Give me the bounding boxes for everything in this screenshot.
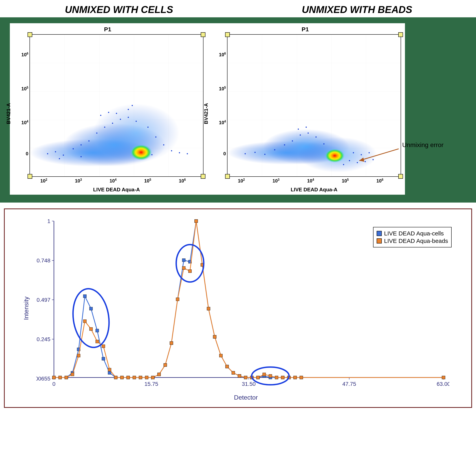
svg-point-17 [155, 136, 156, 138]
legend-swatch-icon [377, 231, 382, 236]
svg-line-54 [359, 149, 399, 161]
svg-rect-83 [83, 295, 86, 298]
svg-point-4 [47, 153, 48, 154]
svg-rect-137 [157, 373, 161, 376]
heading-right: UNMIXED WITH BEADS [238, 0, 476, 17]
unmixing-error-annotation: Unmixing error [402, 141, 443, 149]
y-ticks: 0 104 105 106 [15, 35, 28, 176]
svg-rect-135 [145, 376, 148, 379]
svg-point-162 [69, 286, 113, 350]
legend-label: LIVE DEAD Aqua-cells [384, 230, 444, 237]
svg-point-24 [116, 113, 117, 114]
svg-text:0.245: 0.245 [37, 336, 50, 342]
svg-rect-147 [219, 354, 222, 357]
svg-point-7 [73, 148, 74, 149]
svg-point-48 [343, 164, 344, 165]
x-axis-label: LIVE DEAD Aqua-A [29, 187, 204, 193]
svg-rect-130 [114, 376, 117, 379]
svg-rect-121 [58, 376, 62, 379]
svg-rect-160 [300, 376, 303, 379]
svg-point-35 [255, 152, 256, 153]
svg-text:63.00: 63.00 [437, 381, 449, 387]
svg-point-15 [136, 121, 137, 122]
y-ticks: 0 104 105 106 [212, 35, 226, 176]
svg-rect-86 [102, 357, 105, 360]
svg-rect-157 [281, 376, 284, 379]
svg-point-37 [274, 149, 275, 150]
scatter-panel-beads: P1 BV421-A 0 104 105 106 102 [207, 23, 405, 195]
svg-point-5 [55, 151, 56, 152]
legend-label: LIVE DEAD Aqua-beads [384, 238, 448, 244]
spectrum-panel: Intensity LIVE DEAD Aqua-cells LIVE DEAD… [4, 209, 472, 408]
svg-point-8 [80, 144, 82, 145]
svg-point-10 [96, 132, 97, 134]
x-ticks: 102 103 104 105 106 [227, 178, 401, 184]
svg-point-12 [112, 123, 113, 124]
svg-text:31.50: 31.50 [242, 381, 256, 387]
svg-rect-126 [90, 327, 93, 330]
svg-rect-143 [195, 220, 198, 223]
svg-rect-155 [269, 374, 272, 378]
svg-point-11 [104, 127, 105, 128]
svg-point-3 [130, 144, 152, 160]
scatter-plot-cells[interactable]: 0 104 105 106 102 103 104 105 106 [29, 34, 204, 177]
svg-point-23 [108, 112, 109, 113]
svg-point-22 [100, 115, 101, 116]
svg-rect-122 [65, 376, 68, 379]
svg-point-20 [179, 152, 180, 153]
svg-text:15.75: 15.75 [144, 381, 158, 387]
svg-text:0: 0 [52, 381, 56, 387]
svg-rect-139 [170, 341, 173, 345]
gate-label: P1 [12, 26, 204, 33]
svg-point-34 [245, 153, 246, 154]
arrow-icon [353, 147, 401, 171]
svg-rect-150 [238, 374, 241, 378]
svg-rect-129 [108, 368, 111, 371]
scatter-density-icon [30, 35, 203, 176]
spectrum-y-axis-label: Intensity [23, 296, 30, 320]
svg-point-19 [171, 150, 172, 151]
svg-point-25 [80, 156, 82, 157]
scatter-plot-beads[interactable]: 0 104 105 106 102 103 104 105 106 [227, 34, 401, 177]
svg-rect-141 [182, 266, 185, 269]
svg-rect-120 [52, 376, 56, 379]
gate-label: P1 [209, 26, 401, 33]
svg-point-36 [264, 154, 266, 155]
svg-marker-55 [359, 158, 364, 162]
legend-swatch-icon [377, 238, 382, 244]
svg-point-42 [315, 136, 317, 138]
svg-rect-85 [96, 329, 99, 332]
y-axis-label: BV421-A [6, 103, 11, 124]
svg-text:0.748: 0.748 [37, 257, 50, 264]
svg-point-28 [128, 109, 129, 110]
svg-text:-0.00655: -0.00655 [36, 375, 50, 382]
svg-text:0.497: 0.497 [37, 297, 50, 303]
svg-point-52 [298, 129, 299, 130]
svg-rect-161 [442, 376, 445, 379]
x-axis-label: LIVE DEAD Aqua-A [227, 187, 401, 193]
svg-rect-142 [188, 269, 192, 273]
svg-rect-140 [176, 298, 179, 301]
svg-rect-132 [126, 376, 130, 379]
heading-left: UNMIXED WITH CELLS [0, 0, 238, 17]
svg-rect-124 [77, 354, 80, 357]
svg-rect-154 [263, 373, 266, 376]
svg-point-27 [59, 158, 60, 159]
svg-rect-159 [294, 376, 297, 379]
svg-point-18 [163, 144, 164, 145]
svg-rect-133 [133, 376, 136, 379]
svg-point-41 [308, 132, 309, 134]
svg-rect-125 [83, 320, 86, 323]
svg-point-9 [88, 140, 90, 142]
legend-item-beads: LIVE DEAD Aqua-beads [377, 238, 448, 244]
svg-point-14 [128, 117, 129, 118]
svg-rect-134 [139, 376, 142, 379]
svg-rect-99 [182, 259, 185, 262]
svg-rect-156 [275, 376, 278, 379]
svg-point-38 [284, 144, 285, 145]
svg-point-33 [325, 149, 345, 163]
svg-point-53 [306, 127, 307, 128]
svg-point-21 [187, 153, 188, 154]
spectrum-legend: LIVE DEAD Aqua-cells LIVE DEAD Aqua-bead… [373, 227, 452, 247]
svg-rect-153 [256, 376, 260, 379]
